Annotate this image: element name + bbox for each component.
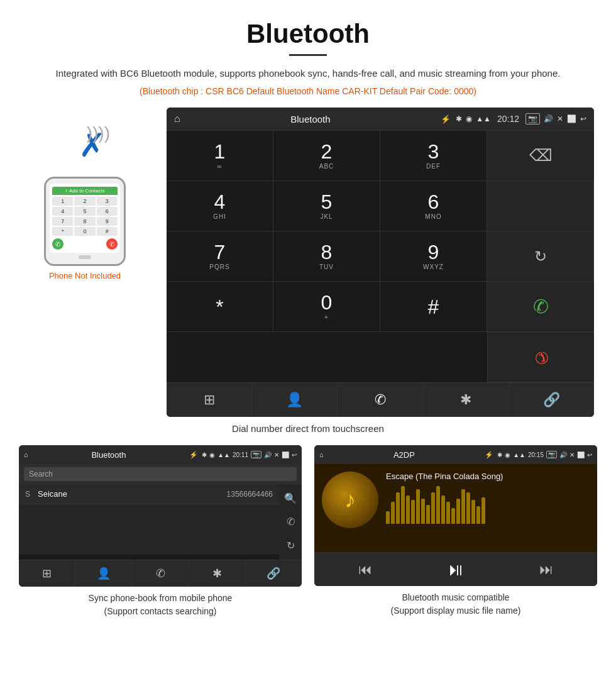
dial-key-6[interactable]: 6MNO — [380, 181, 487, 231]
pb-side-icons: 🔍 ✆ ↻ — [279, 484, 302, 560]
pb-refresh-side-icon[interactable]: ↻ — [287, 539, 295, 551]
call-green-button[interactable]: ✆ — [487, 282, 594, 332]
toolbar-person-btn[interactable]: 👤 — [252, 383, 338, 417]
car-screen-dial: ⌂ Bluetooth ⚡ ✱ ◉ ▲▲ 20:12 📷 🔊 ✕ ⬜ ↩ 1∞ … — [167, 108, 594, 417]
music-camera-icon[interactable]: 📷 — [546, 451, 557, 458]
camera-icon[interactable]: 📷 — [525, 113, 540, 124]
close-icon[interactable]: ✕ — [557, 114, 563, 123]
prev-track-button[interactable]: ⏮ — [358, 562, 372, 578]
eq-bar — [456, 499, 460, 524]
pb-close-icon[interactable]: ✕ — [274, 451, 279, 458]
music-controls: ⏮ ⏯ ⏭ — [314, 552, 597, 586]
back-icon[interactable]: ↩ — [580, 114, 586, 123]
music-bt-icon: ✱ — [497, 451, 502, 458]
home-icon[interactable]: ⌂ — [174, 113, 180, 124]
eq-bar — [401, 486, 405, 524]
dial-num-4: 4 — [214, 192, 226, 212]
pb-link-btn[interactable]: 🔗 — [246, 560, 302, 587]
play-pause-button[interactable]: ⏯ — [447, 559, 465, 580]
dial-key-3[interactable]: 3DEF — [380, 131, 487, 181]
dial-letters-0: + — [324, 314, 329, 321]
dial-letters-8: TUV — [319, 263, 334, 270]
pb-search-side-icon[interactable]: 🔍 — [284, 492, 297, 504]
pb-back-icon[interactable]: ↩ — [292, 451, 297, 458]
volume-icon[interactable]: 🔊 — [544, 114, 553, 123]
phone-left: )))) ✗ + Add to Contacts 1 2 3 4 5 6 7 8… — [22, 108, 148, 417]
dial-letters-9: WXYZ — [423, 263, 444, 270]
music-home-icon[interactable]: ⌂ — [319, 451, 324, 458]
dial-letters-4: GHI — [213, 213, 226, 220]
phone-call-green-btn: ✆ — [52, 238, 63, 250]
pb-phone-side-icon[interactable]: ✆ — [287, 516, 295, 528]
phone-screen-header: + Add to Contacts — [52, 187, 118, 195]
dial-key-0[interactable]: 0+ — [273, 282, 380, 332]
pb-bottom-toolbar: ⊞ 👤 ✆ ✱ 🔗 — [19, 560, 302, 587]
pb-time: 20:11 — [233, 451, 248, 458]
pb-camera-icon[interactable]: 📷 — [251, 451, 261, 458]
status-icons: ✱ ◉ ▲▲ 20:12 📷 🔊 ✕ ⬜ ↩ — [456, 113, 586, 124]
dial-letters-6: MNO — [425, 213, 441, 220]
window-icon[interactable]: ⬜ — [567, 114, 576, 123]
dial-key-5[interactable]: 5JKL — [273, 181, 380, 231]
music-back-icon[interactable]: ↩ — [587, 451, 592, 458]
pb-contact-row[interactable]: S Seicane 13566664466 — [19, 484, 279, 504]
pb-content-area: S Seicane 13566664466 🔍 ✆ ↻ — [19, 484, 302, 560]
dial-section: )))) ✗ + Add to Contacts 1 2 3 4 5 6 7 8… — [0, 108, 616, 417]
backspace-button[interactable]: ⌫ — [487, 131, 594, 181]
eq-bar — [416, 489, 420, 524]
dial-letters-7: PQRS — [209, 263, 229, 270]
specs-line: (Bluetooth chip : CSR BC6 Default Blueto… — [0, 86, 616, 96]
music-wrapper: ⌂ A2DP ⚡ ✱ ◉ ▲▲ 20:15 📷 🔊 ✕ ⬜ ↩ ♪ — [314, 445, 597, 618]
pb-grid-btn[interactable]: ⊞ — [19, 560, 75, 587]
dial-key-4[interactable]: 4GHI — [167, 181, 273, 231]
pb-letter: S — [25, 490, 33, 499]
eq-bar — [386, 511, 390, 524]
phone-key: 5 — [74, 207, 95, 216]
dial-key-star[interactable]: * — [167, 282, 273, 332]
dial-key-9[interactable]: 9WXYZ — [380, 231, 487, 282]
phonebook-wrapper: ⌂ Bluetooth ⚡ ✱ ◉ ▲▲ 20:11 📷 🔊 ✕ ⬜ ↩ Sea… — [19, 445, 302, 618]
dial-num-9: 9 — [428, 242, 439, 262]
phone-home-btn — [79, 255, 91, 259]
pb-usb-icon: ⚡ — [189, 451, 198, 459]
eq-bar — [461, 489, 465, 524]
eq-bar — [476, 506, 480, 524]
pb-status-icons: ✱ ◉ ▲▲ 20:11 📷 🔊 ✕ ⬜ ↩ — [202, 451, 297, 458]
pb-bt-btn[interactable]: ✱ — [189, 560, 246, 587]
music-close-icon[interactable]: ✕ — [569, 451, 575, 458]
toolbar-grid-btn[interactable]: ⊞ — [167, 383, 252, 417]
music-win-icon[interactable]: ⬜ — [577, 451, 585, 458]
dial-key-hash[interactable]: # — [380, 282, 487, 332]
dial-num-3: 3 — [428, 141, 439, 162]
music-status-icons: ✱ ◉ ▲▲ 20:15 📷 🔊 ✕ ⬜ ↩ — [497, 451, 592, 458]
dial-num-7: 7 — [214, 242, 226, 262]
eq-bar — [436, 486, 440, 524]
phone-key: 6 — [97, 207, 118, 216]
pb-vol-icon[interactable]: 🔊 — [264, 451, 272, 458]
end-call-button[interactable]: ✆ — [487, 332, 594, 382]
toolbar-bluetooth-btn[interactable]: ✱ — [424, 383, 509, 417]
phone-key: 2 — [74, 197, 95, 206]
dial-letters-2: ABC — [319, 163, 334, 170]
dial-key-7[interactable]: 7PQRS — [167, 231, 273, 282]
pb-phone-btn[interactable]: ✆ — [132, 560, 189, 587]
pb-win-icon[interactable]: ⬜ — [282, 451, 289, 458]
pb-person-btn[interactable]: 👤 — [75, 560, 132, 587]
eq-bar — [421, 499, 425, 524]
bluetooth-symbol: )))) ✗ — [60, 120, 110, 170]
dial-key-2[interactable]: 2ABC — [273, 131, 380, 181]
phone-screen: + Add to Contacts 1 2 3 4 5 6 7 8 9 * 0 … — [50, 184, 120, 253]
music-vol-icon[interactable]: 🔊 — [559, 451, 567, 458]
toolbar-link-btn[interactable]: 🔗 — [509, 383, 594, 417]
dial-key-8[interactable]: 8TUV — [273, 231, 380, 282]
toolbar-phone-btn[interactable]: ✆ — [338, 383, 423, 417]
pb-home-icon[interactable]: ⌂ — [24, 451, 28, 458]
dial-num-2: 2 — [321, 141, 333, 162]
phone-call-red-btn: ✆ — [106, 238, 118, 250]
pb-search-input[interactable]: Search — [24, 467, 297, 481]
pb-loc-icon: ◉ — [209, 451, 215, 458]
refresh-button[interactable]: ↻ — [487, 231, 594, 282]
music-loc-icon: ◉ — [505, 451, 510, 458]
next-track-button[interactable]: ⏭ — [539, 562, 553, 578]
dial-key-1[interactable]: 1∞ — [167, 131, 273, 181]
